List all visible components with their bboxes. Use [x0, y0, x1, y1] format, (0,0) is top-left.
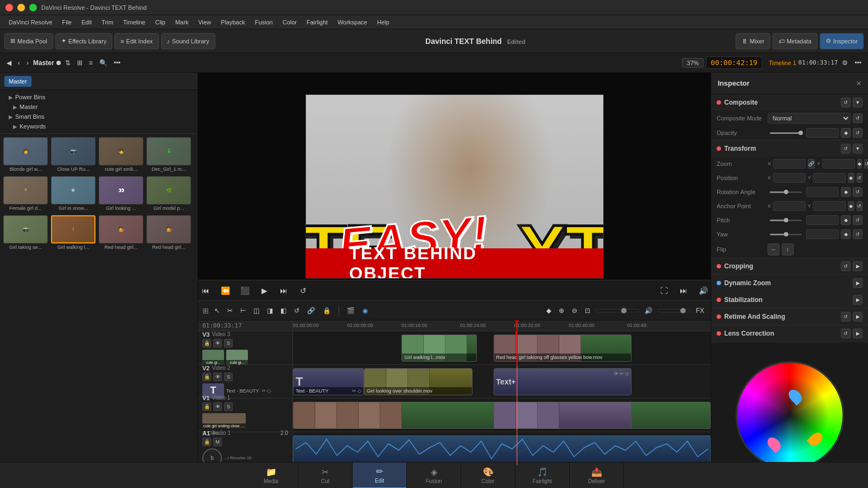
inspector-btn[interactable]: ⚙ Inspector [820, 33, 864, 49]
more-btn[interactable]: ••• [112, 58, 123, 68]
flip-v-btn[interactable]: ↕ [782, 243, 794, 255]
zoom-display[interactable]: 37% [682, 58, 704, 68]
flip-h-btn[interactable]: ↔ [768, 243, 780, 255]
menu-edit[interactable]: Edit [77, 17, 96, 27]
retime-reset-btn[interactable]: ↺ [841, 312, 851, 322]
media-item-6[interactable]: 👀 Girl looking ... [98, 175, 143, 212]
bin-master[interactable]: ▶ Master [4, 102, 193, 112]
zoom-reset[interactable]: ↺ [864, 159, 868, 169]
track-a1-lock[interactable]: 🔒 [202, 438, 211, 446]
mixer-btn[interactable]: 🎚 Mixer [736, 33, 770, 49]
media-item-5[interactable]: ❄ Girl in snow... [50, 175, 95, 212]
opacity-input[interactable]: 100.00 [806, 128, 839, 138]
track-v2-lock[interactable]: 🔒 [202, 373, 211, 381]
play-btn[interactable]: ▶ [257, 283, 272, 298]
opacity-reset[interactable]: ↺ [853, 128, 863, 138]
pitch-keyframe[interactable]: ◆ [841, 215, 851, 225]
dyn-zoom-header[interactable]: Dynamic Zoom ▶ [711, 275, 868, 291]
step-back-btn[interactable]: ⏪ [218, 283, 233, 298]
menu-file[interactable]: File [58, 17, 76, 27]
nav-edit[interactable]: ✏ Edit [353, 463, 407, 489]
effects-library-btn[interactable]: ✦ Effects Library [55, 33, 112, 49]
clip-text-plus[interactable]: Text+ ⟳ ✂ ◇ [494, 368, 631, 395]
inspector-close-btn[interactable]: ✕ [856, 80, 861, 87]
rotation-reset[interactable]: ↺ [853, 187, 863, 197]
nav-deliver[interactable]: 📤 Deliver [570, 463, 624, 489]
pitch-slider[interactable] [770, 220, 802, 221]
pos-x-input[interactable]: 0.000 [773, 173, 806, 183]
retime-header[interactable]: Retime And Scaling ↺ ▶ [711, 309, 868, 325]
stop-btn[interactable]: ⬛ [237, 283, 252, 298]
transform-expand-btn[interactable]: ▼ [853, 144, 863, 153]
media-item-10[interactable]: 💁 Red head girl... [98, 214, 143, 251]
insert-btn[interactable]: ◨ [265, 306, 275, 316]
menu-trim[interactable]: Trim [97, 17, 118, 27]
menu-fusion[interactable]: Fusion [251, 17, 277, 27]
clip-text-beauty[interactable]: T Text - BEAUTY ✂ ◇ [293, 368, 364, 395]
nav-color[interactable]: 🎨 Color [461, 463, 515, 489]
menu-fairlight[interactable]: Fairlight [302, 17, 332, 27]
marker-btn[interactable]: ◆ [544, 306, 553, 316]
sort-btn[interactable]: ⇅ [63, 58, 73, 68]
grid-btn[interactable]: ⊞ [75, 58, 85, 68]
anchor-y-input[interactable]: 0.000 [813, 201, 846, 211]
expand-left-btn[interactable]: ◀ [4, 58, 14, 68]
media-item-3[interactable]: 🎄 Dec_Girl_1.m... [145, 136, 191, 173]
menu-clip[interactable]: Clip [151, 17, 170, 27]
video-mode-btn[interactable]: 🎬 [344, 306, 357, 316]
composite-expand-btn[interactable]: ▼ [853, 98, 863, 107]
forward-to-end-btn[interactable]: ⏭ [276, 283, 291, 298]
retime-expand-btn[interactable]: ▶ [853, 312, 863, 322]
track-v2-eye[interactable]: 👁 [213, 373, 222, 381]
menu-playback[interactable]: Playback [216, 17, 250, 27]
track-v3-eye[interactable]: 👁 [213, 339, 222, 348]
tab-master[interactable]: Master [4, 76, 31, 87]
nav-cut[interactable]: ✂ Cut [298, 463, 353, 489]
bin-power-bins[interactable]: ▶ Power Bins [4, 92, 193, 102]
bin-keywords[interactable]: ▶ Keywords [4, 121, 193, 131]
lens-header[interactable]: Lens Correction ↺ ▶ [711, 325, 868, 342]
zoom-link[interactable]: 🔗 [808, 159, 815, 169]
media-item-7[interactable]: 🌿 Girl model p... [145, 175, 191, 212]
preview-next-btn[interactable]: ⏭ [676, 283, 691, 298]
composite-reset-btn[interactable]: ↺ [841, 98, 851, 107]
rewind-to-start-btn[interactable]: ⏮ [198, 283, 213, 298]
menu-help[interactable]: Help [373, 17, 394, 27]
settings-btn[interactable]: ⚙ [840, 58, 850, 68]
trim-tool-btn[interactable]: ⊢ [238, 306, 248, 316]
crop-reset-btn[interactable]: ↺ [841, 261, 851, 271]
media-item-11[interactable]: 💁 Red head girl... [145, 214, 191, 251]
clip-v1-right[interactable] [494, 402, 631, 429]
anchor-x-input[interactable]: 0.000 [773, 201, 806, 211]
track-v3-solo[interactable]: S [224, 339, 233, 348]
fullscreen-btn[interactable]: ⛶ [656, 283, 672, 298]
zoom-keyframe[interactable]: ◆ [857, 159, 862, 169]
window-max-btn[interactable] [29, 4, 37, 11]
track-v1-eye[interactable]: 👁 [213, 402, 222, 411]
audio-slider[interactable] [658, 309, 691, 312]
stab-header[interactable]: Stabilization ▶ [711, 292, 868, 308]
yaw-reset[interactable]: ↺ [853, 229, 863, 239]
media-item-2[interactable]: 👧 cute girl smili... [98, 136, 143, 173]
clip-girl-walking-v3[interactable]: Girl walking l...mov [401, 335, 477, 362]
anchor-reset[interactable]: ↺ [857, 201, 863, 211]
metadata-btn[interactable]: 🏷 Metadata [773, 33, 818, 49]
list-btn[interactable]: ≡ [87, 58, 95, 68]
opacity-slider[interactable] [770, 132, 802, 134]
undo-btn[interactable]: ↺ [292, 306, 302, 316]
lens-expand-btn[interactable]: ▶ [853, 329, 863, 338]
overwrite-btn[interactable]: ◧ [278, 306, 289, 316]
rotation-slider[interactable] [770, 191, 802, 193]
pos-keyframe[interactable]: ◆ [848, 173, 854, 183]
transform-reset-btn[interactable]: ↺ [841, 144, 851, 153]
audio-btn[interactable]: 🔊 [695, 283, 711, 298]
transform-header[interactable]: Transform ↺ ▼ [711, 140, 868, 157]
zoom-x-input[interactable]: 1.000 [773, 159, 806, 169]
cropping-header[interactable]: Cropping ↺ ▶ [711, 258, 868, 274]
sound-library-btn[interactable]: ♪ Sound Library [161, 33, 215, 49]
nav-fusion[interactable]: ◈ Fusion [407, 463, 461, 489]
nav-fairlight[interactable]: 🎵 Fairlight [515, 463, 570, 489]
menu-davinci[interactable]: DaVinci Resolve [4, 17, 57, 27]
crop-expand-btn[interactable]: ▶ [853, 261, 863, 271]
lens-reset-btn[interactable]: ↺ [841, 329, 851, 338]
